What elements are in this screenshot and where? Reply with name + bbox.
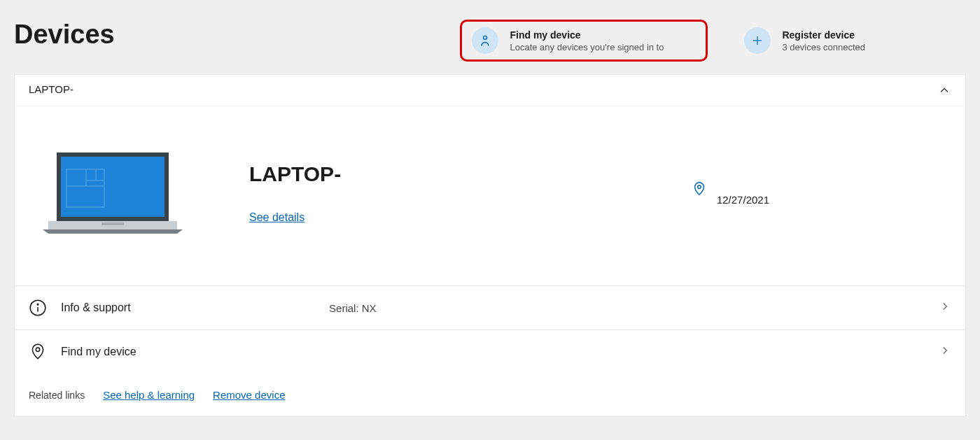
find-my-device-title: Find my device: [510, 29, 664, 41]
svg-point-16: [37, 304, 38, 305]
chevron-right-icon: [939, 344, 951, 360]
svg-point-17: [36, 348, 39, 351]
page-title: Devices: [14, 20, 115, 50]
info-icon: [29, 299, 47, 317]
svg-point-0: [484, 36, 487, 39]
laptop-icon: [43, 150, 207, 236]
plus-icon: [744, 27, 771, 54]
svg-marker-12: [43, 229, 183, 234]
find-my-device-subtitle: Locate any devices you're signed in to: [510, 42, 664, 52]
see-help-learning-link[interactable]: See help & learning: [103, 389, 195, 401]
svg-rect-11: [102, 222, 124, 225]
related-links-label: Related links: [29, 390, 85, 401]
collapse-chevron-up-icon[interactable]: [937, 83, 951, 100]
person-pin-icon: [472, 27, 498, 54]
location-pin-icon: [692, 181, 707, 199]
device-name: LAPTOP-: [249, 162, 650, 186]
register-device-subtitle: 3 devices connected: [782, 42, 865, 52]
register-device-header-button[interactable]: Register device 3 devices connected: [734, 20, 875, 62]
see-details-link[interactable]: See details: [249, 211, 304, 223]
location-pin-icon: [29, 343, 47, 361]
find-my-device-row-label: Find my device: [61, 346, 136, 358]
info-support-label: Info & support: [61, 301, 131, 314]
info-support-row[interactable]: Info & support Serial: NX: [15, 285, 965, 329]
find-my-device-header-button[interactable]: Find my device Locate any devices you're…: [460, 20, 708, 62]
serial-label: Serial: NX: [329, 302, 741, 314]
register-device-title: Register device: [782, 29, 865, 41]
find-my-device-row[interactable]: Find my device: [15, 329, 965, 374]
svg-point-13: [698, 185, 701, 188]
device-card: LAPTOP-: [14, 74, 966, 417]
chevron-right-icon: [939, 300, 951, 315]
location-date: 12/27/2021: [717, 194, 769, 206]
device-short-name: LAPTOP-: [29, 83, 74, 95]
remove-device-link[interactable]: Remove device: [213, 389, 285, 401]
